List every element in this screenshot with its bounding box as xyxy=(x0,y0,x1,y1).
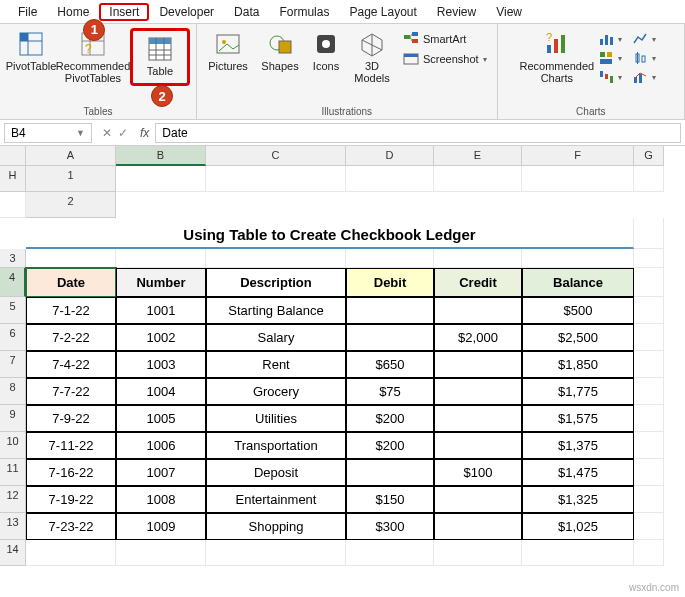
cell-date[interactable]: 7-16-22 xyxy=(26,459,116,486)
waterfall-chart-button[interactable]: ▾ xyxy=(594,68,626,86)
combo-chart-button[interactable]: ▾ xyxy=(628,68,660,86)
cell-debit[interactable]: $300 xyxy=(346,513,434,540)
cell-debit[interactable]: $650 xyxy=(346,351,434,378)
cell[interactable] xyxy=(634,540,664,566)
screenshot-button[interactable]: Screenshot ▾ xyxy=(399,50,491,68)
pivot-table-button[interactable]: PivotTable xyxy=(6,28,56,86)
cell-date[interactable]: 7-19-22 xyxy=(26,486,116,513)
cell[interactable] xyxy=(522,249,634,268)
cell-date[interactable]: 7-2-22 xyxy=(26,324,116,351)
cell[interactable] xyxy=(634,268,664,297)
cell-number[interactable]: 1003 xyxy=(116,351,206,378)
col-header-A[interactable]: A xyxy=(26,146,116,166)
row-header-4[interactable]: 4 xyxy=(0,268,26,297)
hierarchy-chart-button[interactable]: ▾ xyxy=(594,49,626,67)
cell-number[interactable]: 1009 xyxy=(116,513,206,540)
cell-credit[interactable] xyxy=(434,405,522,432)
cell[interactable] xyxy=(634,405,664,432)
cell-date[interactable]: 7-7-22 xyxy=(26,378,116,405)
cell-number[interactable]: 1008 xyxy=(116,486,206,513)
cell-credit[interactable] xyxy=(434,513,522,540)
cell-description[interactable]: Grocery xyxy=(206,378,346,405)
cell[interactable] xyxy=(346,249,434,268)
col-header-E[interactable]: E xyxy=(434,146,522,166)
header-description[interactable]: Description xyxy=(206,268,346,297)
menu-file[interactable]: File xyxy=(8,3,47,21)
cell[interactable] xyxy=(634,297,664,324)
formula-input[interactable]: Date xyxy=(155,123,681,143)
col-header-H[interactable]: H xyxy=(0,166,26,192)
spreadsheet-grid[interactable]: ABCDEFGH12Using Table to Create Checkboo… xyxy=(0,146,685,566)
cell-debit[interactable] xyxy=(346,459,434,486)
cell-date[interactable]: 7-11-22 xyxy=(26,432,116,459)
cell[interactable] xyxy=(116,540,206,566)
cell[interactable] xyxy=(26,249,116,268)
cell[interactable] xyxy=(634,324,664,351)
cell-number[interactable]: 1004 xyxy=(116,378,206,405)
cell-balance[interactable]: $1,575 xyxy=(522,405,634,432)
pictures-button[interactable]: Pictures xyxy=(203,28,253,74)
name-box[interactable]: B4▼ xyxy=(4,123,92,143)
row-header-14[interactable]: 14 xyxy=(0,540,26,566)
header-credit[interactable]: Credit xyxy=(434,268,522,297)
cell-description[interactable]: Transportation xyxy=(206,432,346,459)
menu-home[interactable]: Home xyxy=(47,3,99,21)
row-header-3[interactable]: 3 xyxy=(0,249,26,268)
cell[interactable] xyxy=(634,486,664,513)
row-header-6[interactable]: 6 xyxy=(0,324,26,351)
smartart-button[interactable]: SmartArt xyxy=(399,30,491,48)
row-header-13[interactable]: 13 xyxy=(0,513,26,540)
cancel-icon[interactable]: ✕ xyxy=(102,126,112,140)
cell-balance[interactable]: $2,500 xyxy=(522,324,634,351)
cell-description[interactable]: Deposit xyxy=(206,459,346,486)
fx-icon[interactable]: fx xyxy=(134,126,155,140)
row-header-12[interactable]: 12 xyxy=(0,486,26,513)
cell-credit[interactable] xyxy=(434,486,522,513)
statistic-chart-button[interactable]: ▾ xyxy=(628,49,660,67)
cell-credit[interactable] xyxy=(434,432,522,459)
cell[interactable] xyxy=(634,459,664,486)
cell-balance[interactable]: $1,375 xyxy=(522,432,634,459)
cell-number[interactable]: 1005 xyxy=(116,405,206,432)
cell-debit[interactable]: $200 xyxy=(346,432,434,459)
cell[interactable] xyxy=(634,513,664,540)
col-header-F[interactable]: F xyxy=(522,146,634,166)
row-header-5[interactable]: 5 xyxy=(0,297,26,324)
cell[interactable] xyxy=(634,432,664,459)
cell[interactable] xyxy=(206,166,346,192)
cell-debit[interactable]: $75 xyxy=(346,378,434,405)
recommended-charts-button[interactable]: ? Recommended Charts xyxy=(522,28,592,86)
col-header-D[interactable]: D xyxy=(346,146,434,166)
cell-description[interactable]: Rent xyxy=(206,351,346,378)
row-header-11[interactable]: 11 xyxy=(0,459,26,486)
row-header-2[interactable]: 2 xyxy=(26,192,116,218)
cell-balance[interactable]: $1,775 xyxy=(522,378,634,405)
cell-balance[interactable]: $1,325 xyxy=(522,486,634,513)
row-header-9[interactable]: 9 xyxy=(0,405,26,432)
cell[interactable] xyxy=(346,540,434,566)
cell-balance[interactable]: $500 xyxy=(522,297,634,324)
menu-view[interactable]: View xyxy=(486,3,532,21)
cell[interactable] xyxy=(434,540,522,566)
row-header-10[interactable]: 10 xyxy=(0,432,26,459)
row-header-8[interactable]: 8 xyxy=(0,378,26,405)
cell-debit[interactable] xyxy=(346,297,434,324)
cell-balance[interactable]: $1,850 xyxy=(522,351,634,378)
cell[interactable] xyxy=(0,192,26,218)
table-button[interactable]: Table xyxy=(135,33,185,79)
row-header-1[interactable]: 1 xyxy=(26,166,116,192)
cell-credit[interactable] xyxy=(434,351,522,378)
cell-number[interactable]: 1006 xyxy=(116,432,206,459)
header-date[interactable]: Date xyxy=(26,268,116,297)
cell-number[interactable]: 1001 xyxy=(116,297,206,324)
shapes-button[interactable]: Shapes xyxy=(255,28,305,74)
cell[interactable] xyxy=(116,249,206,268)
cell-debit[interactable]: $200 xyxy=(346,405,434,432)
cell-number[interactable]: 1002 xyxy=(116,324,206,351)
cell[interactable] xyxy=(634,218,664,249)
bar-chart-button[interactable]: ▾ xyxy=(594,30,626,48)
cell-number[interactable]: 1007 xyxy=(116,459,206,486)
cell[interactable] xyxy=(634,351,664,378)
cell[interactable] xyxy=(206,540,346,566)
cell-credit[interactable]: $100 xyxy=(434,459,522,486)
